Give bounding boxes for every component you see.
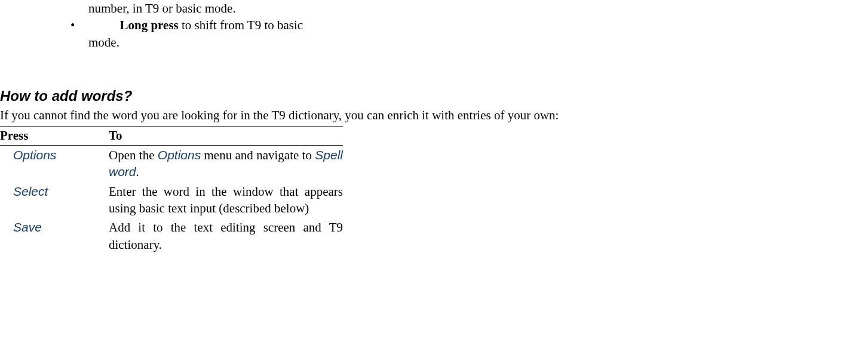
section-heading: How to add words? bbox=[0, 87, 868, 106]
col-header-press: Press bbox=[0, 126, 109, 145]
intro-paragraph: If you cannot find the word you are look… bbox=[0, 107, 866, 124]
table-row: Select Enter the word in the window that… bbox=[0, 182, 343, 218]
bullet-list: number, in T9 or basic mode. • Long pres… bbox=[70, 0, 309, 51]
col-header-to: To bbox=[109, 126, 343, 145]
text-fragment: Open the bbox=[109, 148, 158, 162]
bullet-item: • Long press to shift from T9 to basic m… bbox=[70, 17, 309, 51]
inline-options: Options bbox=[158, 148, 201, 162]
long-press-label: Long press bbox=[120, 18, 179, 32]
row-desc: Open the Options menu and navigate to Sp… bbox=[109, 146, 343, 182]
bullet-marker: • bbox=[70, 17, 88, 51]
bullet-text: Long press to shift from T9 to basic mod… bbox=[88, 17, 309, 51]
table-row: Options Open the Options menu and naviga… bbox=[0, 146, 343, 182]
softkey-save: Save bbox=[13, 220, 42, 234]
text-fragment: . bbox=[136, 165, 139, 179]
table-row: Save Add it to the text editing screen a… bbox=[0, 218, 343, 254]
bullet-continuation: number, in T9 or basic mode. bbox=[88, 0, 309, 17]
text-fragment: menu and navigate to bbox=[201, 148, 315, 162]
steps-table: Press To Options Open the Options menu a… bbox=[0, 126, 343, 254]
row-desc: Add it to the text editing screen and T9… bbox=[109, 218, 343, 254]
row-desc: Enter the word in the window that appear… bbox=[109, 182, 343, 218]
softkey-select: Select bbox=[13, 184, 48, 198]
softkey-options: Options bbox=[13, 148, 56, 162]
